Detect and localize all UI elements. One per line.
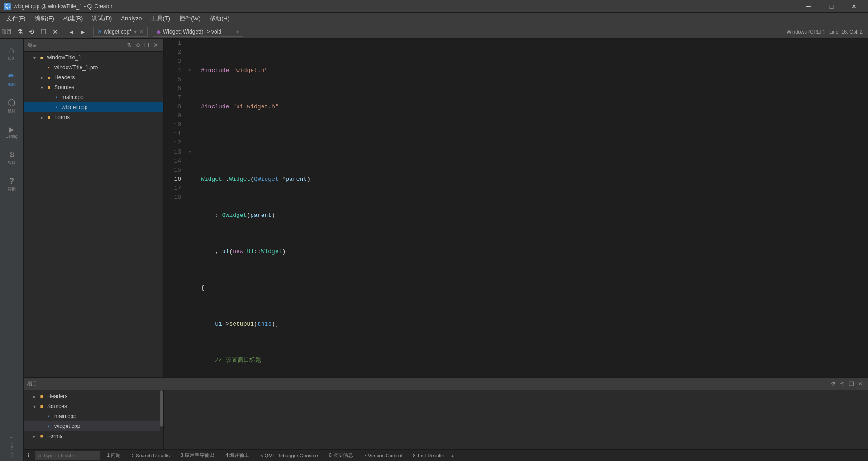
main-layout: ⌂ 欢迎 ✏ 编辑 ⬡ 设计 ▶ Debug ⚙ 项目 ? 帮助 win•me_… (0, 39, 868, 461)
bp-collapse[interactable]: ❐ (847, 380, 855, 388)
filter-btn[interactable]: ⚗ (124, 41, 133, 49)
close-button[interactable]: ✕ (844, 0, 864, 13)
tabs-menu-icon[interactable]: ▴ (451, 452, 454, 459)
toolbar-close-panel[interactable]: ✕ (50, 26, 61, 37)
tree-main-cpp[interactable]: ▸ • main.cpp (24, 92, 163, 102)
code-line-2: #include "ui_widget.h" (201, 102, 868, 111)
sidebar-bottom-label: win•me_1 (10, 436, 14, 457)
func-icon: ◆ (157, 29, 161, 35)
ln-8: 8 (170, 102, 185, 111)
maximize-button[interactable]: □ (821, 0, 842, 13)
menu-edit[interactable]: 编辑(E) (30, 13, 59, 24)
code-editor[interactable]: 1 2 3 4 5 6 7 8 9 10 11 12 13 14 (164, 39, 868, 377)
code-content[interactable]: #include "widget.h" #include "ui_widget.… (197, 39, 868, 377)
toolbar-sync[interactable]: ⟲ (26, 26, 37, 37)
expand-arrow[interactable]: ▾ (38, 84, 45, 91)
menu-analyze[interactable]: Analyze (116, 13, 146, 24)
menu-help[interactable]: 帮助(H) (205, 13, 234, 24)
bp-close[interactable]: ✕ (856, 380, 864, 388)
minimize-button[interactable]: ─ (798, 0, 819, 13)
welcome-icon: ⌂ (9, 45, 14, 54)
folder-icon: ■ (45, 84, 52, 91)
tab-qml-debug[interactable]: 5 QML Debugger Console (256, 452, 322, 459)
paren-open: ( (247, 211, 250, 220)
menu-bar: 文件(F) 编辑(E) 构建(B) 调试(D) Analyze 工具(T) 控件… (0, 13, 868, 24)
expand-arrow[interactable]: ▸ (38, 74, 45, 81)
tab-compile[interactable]: 4 编译输出 (221, 451, 254, 460)
tree-forms[interactable]: ▸ ■ Forms (24, 112, 163, 122)
scrollbar-thumb[interactable] (160, 390, 163, 427)
expand-arrow[interactable]: ▾ (31, 403, 38, 410)
func-name: Widget::Widget() -> void (163, 29, 221, 35)
expand-btn[interactable]: ❐ (143, 41, 151, 49)
paren-semi: ); (272, 320, 279, 329)
sidebar-design[interactable]: ⬡ 设计 (1, 93, 23, 119)
toolbar-forward[interactable]: ▸ (77, 26, 88, 37)
bottom-scrollbar[interactable] (160, 390, 163, 449)
sidebar-welcome[interactable]: ⌂ 欢迎 (1, 41, 23, 66)
tree-sources[interactable]: ▾ ■ Sources (24, 82, 163, 92)
menu-debug[interactable]: 调试(D) (87, 13, 116, 24)
fc-14 (188, 157, 197, 166)
tree-pro-file[interactable]: ▸ ▪ windowTitle_1.pro (24, 62, 163, 72)
sidebar-project[interactable]: ⚙ 项目 (1, 146, 23, 171)
tab-app-output[interactable]: 3 应用程序输出 (176, 451, 219, 460)
menu-widgets[interactable]: 控件(W) (175, 13, 205, 24)
menu-build[interactable]: 构建(B) (59, 13, 87, 24)
paren-close2: ) (272, 211, 275, 220)
tab-test[interactable]: 8 Test Results (408, 452, 448, 459)
indent-space: : (201, 211, 222, 220)
menu-tools[interactable]: 工具(T) (147, 13, 175, 24)
sync-btn[interactable]: ⟲ (134, 41, 142, 49)
sidebar-edit[interactable]: ✏ 编辑 (1, 67, 23, 92)
tab-issues[interactable]: 1 问题 (102, 451, 125, 460)
bt-forms[interactable]: ▸ ■ Forms (24, 431, 163, 441)
search-box[interactable]: ⌕ (35, 451, 100, 460)
app-icon: Qt (4, 3, 11, 10)
debug-icon: ▶ (9, 126, 14, 133)
tree-root[interactable]: ▾ ■ windowTitle_1 (24, 53, 163, 62)
tree-headers[interactable]: ▸ ■ Headers (24, 72, 163, 82)
folder-icon: ■ (45, 74, 52, 81)
brace-open: { (201, 283, 205, 293)
file-tab-close-icon[interactable]: ✕ (139, 29, 143, 35)
tab-version[interactable]: 7 Version Control (359, 452, 406, 459)
ln-16: 16 (170, 175, 185, 184)
bt-headers[interactable]: ▸ ■ Headers (24, 391, 163, 401)
toolbar-back[interactable]: ◂ (66, 26, 76, 37)
bt-main-cpp[interactable]: ▸ • main.cpp (24, 411, 163, 421)
bt-widget-cpp[interactable]: ▸ • widget.cpp (24, 421, 163, 431)
sidebar-help[interactable]: ? 帮助 (1, 172, 23, 197)
tree-widget-cpp[interactable]: ▸ • widget.cpp (24, 102, 163, 112)
toolbar-filter[interactable]: ⚗ (14, 26, 25, 37)
search-input[interactable] (43, 453, 97, 458)
expand-arrow[interactable]: ▸ (31, 432, 38, 440)
tab-search-results[interactable]: 2 Search Results (127, 452, 174, 459)
bp-sync[interactable]: ⟲ (838, 380, 846, 388)
project-panel-header: 项目 ⚗ ⟲ ❐ ✕ (24, 39, 163, 52)
current-file-tab[interactable]: ⊙ widget.cpp* ▾ ✕ (93, 27, 148, 37)
sidebar-debug[interactable]: ▶ Debug (1, 120, 23, 145)
bottom-panel-header: 项目 ⚗ ⟲ ❐ ✕ (24, 378, 868, 390)
panel-toolbar: ⚗ ⟲ ❐ ✕ (124, 41, 160, 49)
window-controls: ─ □ ✕ (798, 0, 864, 13)
pro-icon: ▪ (45, 64, 52, 71)
tab-concepts[interactable]: 6 概要信息 (324, 451, 358, 460)
bt-sources[interactable]: ▾ ■ Sources (24, 401, 163, 411)
bottom-panel-toolbar: ⚗ ⟲ ❐ ✕ (829, 380, 864, 388)
bp-filter[interactable]: ⚗ (829, 380, 837, 388)
fc-16 (188, 175, 197, 184)
expand-arrow[interactable]: ▸ (31, 393, 38, 400)
expand-arrow[interactable]: ▸ (38, 114, 45, 121)
func-dropdown-icon[interactable]: ▾ (236, 29, 239, 35)
menu-file[interactable]: 文件(F) (2, 13, 30, 24)
sources-label: Sources (54, 84, 74, 91)
file-tab-arrow[interactable]: ▾ (134, 29, 137, 35)
bottom-project-tree: ▸ ■ Headers ▾ ■ Sources (24, 390, 164, 449)
fc-3 (188, 57, 197, 66)
expand-arrow[interactable]: ▾ (31, 54, 38, 61)
close-panel-btn[interactable]: ✕ (152, 41, 160, 49)
bottom-panel: 项目 ⚗ ⟲ ❐ ✕ ▸ ■ H (24, 377, 868, 449)
function-selector[interactable]: ◆ Widget::Widget() -> void ▾ (153, 27, 243, 37)
toolbar-collapse[interactable]: ❐ (38, 26, 49, 37)
